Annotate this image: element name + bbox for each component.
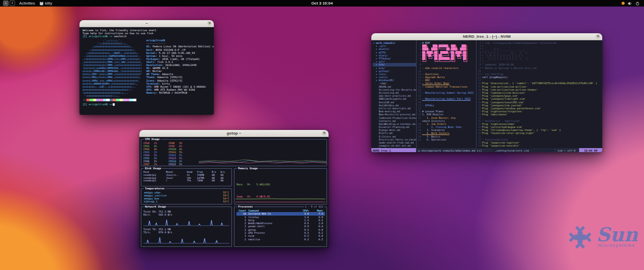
palette-swatch [133,99,136,101]
sun-subtitle: microsystems [598,243,638,248]
palette-swatch [123,99,126,101]
disk-row: nvme0n1p3/75%70GB0B0B [141,179,231,182]
prompt-line: [I] eric@ultraVB ~> neofetch [83,35,211,38]
command-text: neofetch [114,35,126,38]
palette-swatch [106,99,110,101]
terminal-cursor [113,103,114,106]
sun-wordmark: Sun [596,226,638,244]
palette-swatch [93,99,97,101]
system-info: eric@ultraVB ------------ OSFedora Linux… [146,39,214,97]
panel-title: Disk Usage [144,167,162,170]
window-title: NERD_tree_1 - (~) - NVIM [463,34,511,39]
window-title: ~ [145,21,148,26]
panel-title: Memory Usage [237,167,259,170]
volume-icon[interactable] [628,2,632,6]
window-kitty-fastfetch: ~ × Welcome to fish, the friendly intera… [79,20,214,115]
tx-rate: TX/s: 870.0 B/s [143,231,229,234]
palette-swatch [129,99,133,101]
processes-panel: Processes 1 - 9 of 411 Count Command CPU… [234,207,327,247]
statusline-time-segment: 10:04 AM [579,148,602,152]
statusline: NERD_tree_1 ≡ storage/work_vimwiki/m2m/i… [371,148,602,152]
rx-total: Total RX: 751.3 MB [143,209,229,213]
workspace-1[interactable]: 1 [3,1,9,6]
shell-prompt: [I] eric@ultraVB ~> [83,103,112,106]
window-gotop: gotop ~ × CPU Usage CPU0 2%CPU8 3% CPU1 … [139,130,329,248]
sun-microsystems-logo: Sun microsystems [567,224,638,251]
process-range: 1 - 9 of 411 [304,205,324,208]
info-row: Memory5679MiB / 64247MiB [146,91,214,94]
kitty-icon [39,1,44,6]
statusline-file-segment: ≡ storage/work_vimwiki/m2m/index.md [+] [416,148,493,152]
palette-swatch [96,99,100,101]
buffer-init-vim[interactable]: 1" vim: filetype=vim:foldmethod=marker:f… [476,40,602,148]
titlebar-gotop[interactable]: gotop ~ × [139,130,329,137]
panel-title: Temperatures [144,187,166,190]
power-icon[interactable] [635,2,639,6]
close-icon[interactable]: × [596,34,600,39]
gotop-dashboard[interactable]: CPU Usage CPU0 2%CPU8 3% CPU1 4%CPU9 6% … [139,137,329,248]
process-rows: 14Isolated Web Co3.07.5 1firefox1.68.9 1… [236,212,325,241]
focused-app-name: kitty [45,1,52,6]
tree-item[interactable]: Bom-Reconcile-process.md [373,113,416,116]
close-icon[interactable]: × [322,131,327,136]
workspace-indicator[interactable]: 1 2 [3,1,15,6]
cpu-core-row: CPU7 2%CPU15 2% [143,163,198,166]
sun-diamond-icon [567,224,594,251]
rx-rate: RX/s: 560.0 B/s [143,213,229,216]
temperatures-panel: Temperatures amdgpu_edge55°C amdgpu_junc… [141,188,232,205]
palette-swatch [110,99,113,101]
rx-graph [143,217,229,227]
record-icon[interactable] [621,2,625,5]
palette-swatch [113,99,116,101]
palette-swatch [116,99,120,101]
palette-swatch [103,99,107,101]
tree-items: ▸ .git/ ▸ assets/ ▸ m270/ ▸ diary/ ▸ FTS… [373,44,416,148]
activities-button[interactable]: Activities [19,1,35,6]
color-palette [83,99,211,101]
nerdtree-pane[interactable]: ▾ work_vimwiki/ ▸ .git/ ▸ assets/ ▸ m270… [371,40,416,148]
disk-usage-panel: Disk Usage Disk Mount Used Free R/s W/s [141,168,232,186]
panel-title: Network Usage [144,205,167,208]
network-usage-panel: Network Usage Total RX: 751.3 MB RX/s: 5… [141,207,232,247]
palette-swatch [83,99,87,101]
temperature-rows: amdgpu_edge55°C amdgpu_junction59°C amdg… [141,189,231,204]
close-icon[interactable]: × [207,21,212,26]
buffer-line: 31 6. Operations [417,138,476,141]
memory-graph [235,183,326,203]
panel-title: CPU Usage [144,138,160,141]
terminal-fastfetch[interactable]: Welcome to fish, the friendly interactiv… [79,27,214,107]
system-tray[interactable] [621,2,644,6]
statusline-encoding-segment: vim ⚡ utf-8 [554,148,579,152]
fedora-ascii-logo: .',;::::;,'. .';:cccccccccccc:;,. .;cccc… [83,39,142,97]
palette-swatch [120,99,123,101]
tree-item[interactable]: Combined-Production-Schedule.md [373,116,416,119]
cpu-core-list: CPU0 2%CPU8 3% CPU1 4%CPU9 6% CPU2 4%CPU… [141,140,199,166]
palette-swatch [126,99,130,101]
memory-usage-panel: Memory Usage Main 9% 5.46G/63G Swap 0% 0… [234,168,327,205]
statusline-tree-segment: NERD_tree_1 [371,148,416,152]
temperature-row: k10temp_153°C [141,200,231,203]
window-title: gotop ~ [226,131,241,136]
shell-prompt: [I] eric@ultraVB ~> [83,35,112,38]
disk-rows: nvme0n1p1/boot/e..1%598MB0B0B nvme0n1p2/… [141,174,231,182]
palette-swatch [100,99,103,101]
process-row[interactable]: 1nautilus0.20.2 [236,238,325,241]
cpu-usage-panel: CPU Usage CPU0 2%CPU8 3% CPU1 4%CPU9 6% … [141,139,327,166]
focused-app-menu[interactable]: kitty [39,1,52,6]
buffer-index-md[interactable]: 1# M2M 2███╗ ███╗██████╗ ███╗ ███╗ 3████… [416,40,476,148]
top-bar: 1 2 Activities kitty Oct 3 10:04 [0,0,644,7]
titlebar-fastfetch[interactable]: ~ × [79,20,214,27]
window-nvim: NERD_tree_1 - (~) - NVIM × ▾ work_vimwik… [371,33,602,152]
cpu-graph [199,140,327,166]
info-list: OSFedora Linux 38 (Workstation Edition) … [146,45,214,94]
clock[interactable]: Oct 3 10:04 [311,1,333,6]
buffer-line: 34Plug 'tpope/vim-sensible' [476,144,602,147]
panel-title: Processes [237,205,254,208]
prompt-line-2: [I] eric@ultraVB ~> [83,103,211,106]
tx-graph [143,234,229,244]
palette-swatch [90,99,93,101]
statusline-init-segment: .config/nvim/init.vim [493,148,554,152]
palette-swatch [87,99,90,101]
titlebar-nvim[interactable]: NERD_tree_1 - (~) - NVIM × [371,33,602,40]
workspace-2[interactable]: 2 [10,1,15,6]
